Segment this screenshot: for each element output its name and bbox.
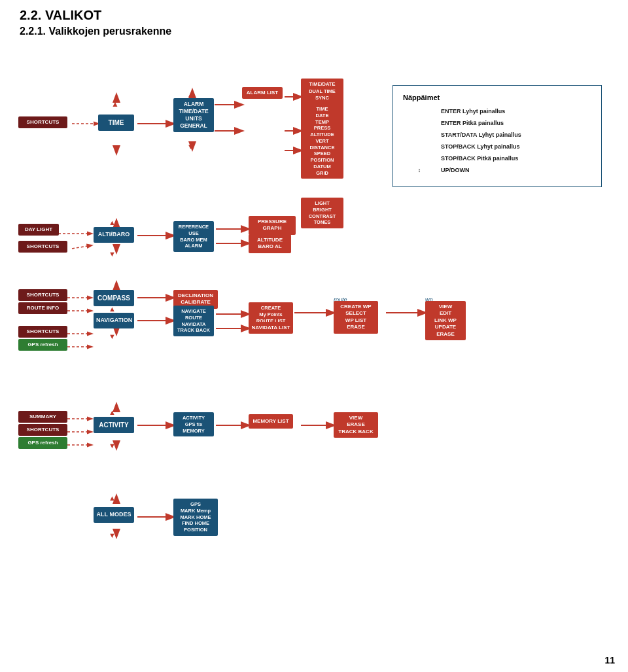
shortcuts2-box: SHORTCUTS xyxy=(18,241,67,253)
memory-list-box: MEMORY LIST xyxy=(249,414,293,429)
time-box: TIME xyxy=(98,115,134,131)
page-title-sub: 2.2.1. Valikkojen perusrakenne xyxy=(20,26,171,37)
legend-row-2: ENTER Pitkä painallus xyxy=(403,120,591,126)
shortcuts-top-box: SHORTCUTS xyxy=(18,116,67,128)
legend-row-3: START/DATA Lyhyt painallus xyxy=(403,132,591,138)
gps-refresh2-box: GPS refresh xyxy=(18,437,67,449)
shortcuts5-box: SHORTCUTS xyxy=(18,424,67,436)
legend-row-6: ↕ UP/DOWN xyxy=(403,167,591,173)
shortcuts3-box: SHORTCUTS xyxy=(18,289,67,301)
gps-refresh1-box: GPS refresh xyxy=(18,339,67,351)
activity-box: ACTIVITY xyxy=(94,417,134,433)
activity-group-box: ACTIVITY GPS fix MEMORY xyxy=(173,412,214,436)
reference-group-box: REFERENCE USE BARO MEM ALARM xyxy=(173,221,214,252)
all-modes-box: ALL MODES xyxy=(94,507,134,523)
wp-group-box: VIEW EDIT LINK WP UPDATE ERASE xyxy=(425,301,466,340)
page-title-main: 2.2. VALIKOT xyxy=(20,8,171,23)
alti-baro-box: ALTI/BARO xyxy=(94,227,134,243)
summary-box: SUMMARY xyxy=(18,411,67,423)
general-items-box: TIME DATE TEMP PRESS ALTITUDE VERT DISTA… xyxy=(301,103,343,179)
legend-box: Näppäimet ENTER Lyhyt painallus ENTER Pi… xyxy=(392,85,602,187)
navigate-group-box: NAVIGATE ROUTE NAVIDATA TRACK BACK xyxy=(173,306,214,336)
page-number: 11 xyxy=(604,655,615,665)
route-group-box: CREATE WP SELECT WP LIST ERASE xyxy=(334,301,378,334)
light-items-box: LIGHT BRIGHT CONTRAST TONES xyxy=(301,198,343,228)
legend-row-4: STOP/BACK Lyhyt painallus xyxy=(403,143,591,150)
route-info-box: ROUTE INFO xyxy=(18,302,67,314)
alarm-list-box: ALARM LIST xyxy=(242,87,283,99)
legend-title: Näppäimet xyxy=(403,94,591,101)
gps-group-box: GPS MARK Memp MARK HOME FIND HOME POSITI… xyxy=(173,499,218,536)
view-erase-box: VIEW ERASE TRACK BACK xyxy=(334,412,378,438)
alarm-group-box: ALARM TIME/DATE UNITS GENERAL xyxy=(173,98,214,132)
legend-row-5: STOP/BACK Pitkä painallus xyxy=(403,155,591,162)
shortcuts4-box: SHORTCUTS xyxy=(18,326,67,338)
day-light-box: DAY LIGHT xyxy=(18,224,59,236)
altitude-baro-box: ALTITUDE BARO AL xyxy=(249,234,291,253)
compass-box: COMPASS xyxy=(94,290,134,306)
legend-row-1: ENTER Lyhyt painallus xyxy=(403,108,591,115)
navidata-list-box: NAVIDATA LIST xyxy=(249,322,293,334)
pressure-graph-box: PRESSURE GRAPH xyxy=(249,216,296,235)
svg-line-16 xyxy=(72,245,92,249)
navigation-box: NAVIGATION xyxy=(94,313,134,328)
